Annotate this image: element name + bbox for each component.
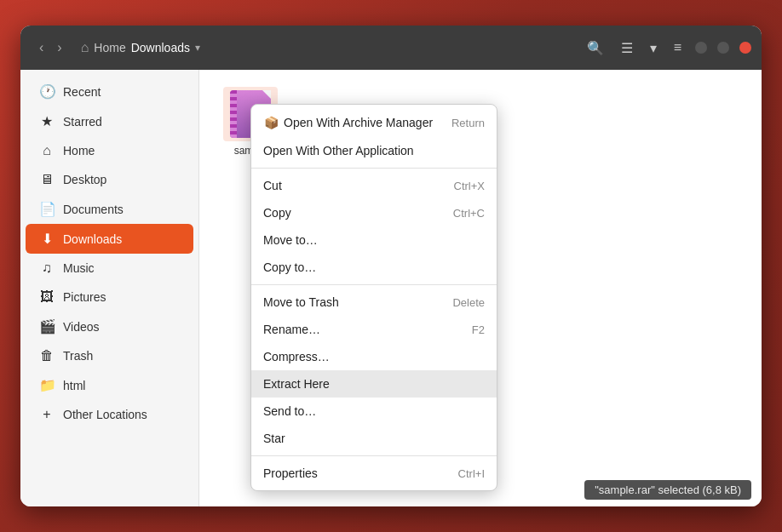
move-trash-label: Move to Trash [263,295,339,309]
sidebar-item-pictures[interactable]: 🖼Pictures [26,283,193,312]
html-icon: 📁 [39,377,55,393]
chevron-down-icon[interactable]: ▾ [195,42,200,54]
breadcrumb-home: Home [94,41,125,54]
menu-button[interactable]: ≡ [670,37,685,59]
main-window: ‹ › ⌂ Home Downloads ▾ 🔍 ☰ ▾ ≡ 🕐Recent★S… [20,26,762,506]
nav-arrows: ‹ › [34,38,67,57]
open-archive-icon: 📦 [263,115,279,130]
back-button[interactable]: ‹ [34,38,49,57]
compress-label: Compress… [263,350,330,363]
other-locations-icon: + [39,407,55,422]
sidebar-item-videos[interactable]: 🎬Videos [26,312,193,341]
cut-label: Cut [263,179,282,192]
sidebar-item-trash[interactable]: 🗑Trash [26,341,193,370]
ctx-item-send-to[interactable]: Send to… [251,398,497,425]
minimize-button[interactable] [695,42,707,54]
sidebar-item-other-locations[interactable]: +Other Locations [26,400,193,429]
videos-icon: 🎬 [39,318,55,335]
sort-button[interactable]: ▾ [647,37,660,60]
ctx-item-copy[interactable]: CopyCtrl+C [251,199,497,226]
sidebar-item-documents[interactable]: 📄Documents [26,194,193,224]
sidebar-item-starred[interactable]: ★Starred [26,106,193,136]
ctx-item-properties[interactable]: PropertiesCtrl+I [251,460,497,487]
sidebar-item-downloads[interactable]: ⬇Downloads [26,224,193,254]
sidebar-label-other-locations: Other Locations [63,408,147,421]
send-to-label: Send to… [263,404,316,418]
titlebar-actions: 🔍 ☰ ▾ ≡ [584,37,751,60]
ctx-item-open-other[interactable]: Open With Other Application [251,137,497,164]
ctx-item-open-archive[interactable]: 📦Open With Archive ManagerReturn [251,108,497,137]
search-button[interactable]: 🔍 [584,37,607,60]
status-bar: "sample.rar" selected (6,8 kB) [584,480,751,500]
sidebar-item-home[interactable]: ⌂Home [26,136,193,165]
starred-icon: ★ [39,113,55,129]
home-icon: ⌂ [39,143,55,158]
context-menu-separator [251,168,497,169]
sidebar-label-music: Music [63,261,95,275]
sidebar-label-recent: Recent [63,85,101,99]
sidebar-label-starred: Starred [63,115,102,129]
rename-shortcut: F2 [472,323,485,336]
context-menu-separator [251,284,497,285]
sidebar-label-pictures: Pictures [63,290,106,304]
copy-label: Copy [263,206,291,220]
music-icon: ♫ [39,260,55,276]
open-other-label: Open With Other Application [263,144,414,157]
recent-icon: 🕐 [39,83,55,100]
ctx-item-copy-to[interactable]: Copy to… [251,254,497,281]
context-menu: 📦Open With Archive ManagerReturnOpen Wit… [250,104,497,491]
ctx-item-move-trash[interactable]: Move to TrashDelete [251,289,497,316]
maximize-button[interactable] [717,42,729,54]
copy-shortcut: Ctrl+C [453,207,485,220]
ctx-item-cut[interactable]: CutCtrl+X [251,172,497,199]
context-menu-separator [251,455,497,456]
sidebar-label-home: Home [63,144,95,157]
documents-icon: 📄 [39,201,55,217]
breadcrumb-current: Downloads [131,41,190,54]
downloads-icon: ⬇ [39,231,55,247]
desktop-icon: 🖥 [39,172,55,187]
titlebar: ‹ › ⌂ Home Downloads ▾ 🔍 ☰ ▾ ≡ [20,26,762,70]
move-to-label: Move to… [263,233,318,247]
sidebar-label-documents: Documents [63,203,124,216]
sidebar-label-desktop: Desktop [63,173,106,186]
ctx-item-compress[interactable]: Compress… [251,343,497,370]
sidebar-label-html: html [63,379,85,392]
status-text: "sample.rar" selected (6,8 kB) [595,483,741,496]
move-trash-shortcut: Delete [452,296,485,309]
forward-button[interactable]: › [52,38,66,57]
rename-label: Rename… [263,323,320,336]
home-icon: ⌂ [81,40,89,55]
ctx-item-star[interactable]: Star [251,425,497,452]
open-archive-label: Open With Archive Manager [284,116,433,129]
sidebar-label-videos: Videos [63,320,100,334]
properties-shortcut: Ctrl+I [458,467,485,480]
open-archive-shortcut: Return [451,117,485,129]
breadcrumb: ⌂ Home Downloads ▾ [81,40,200,55]
copy-to-label: Copy to… [263,260,316,274]
ctx-item-rename[interactable]: Rename…F2 [251,316,497,343]
sidebar: 🕐Recent★Starred⌂Home🖥Desktop📄Documents⬇D… [20,70,199,506]
sidebar-item-html[interactable]: 📁html [26,370,193,400]
cut-shortcut: Ctrl+X [454,180,485,192]
sidebar-item-desktop[interactable]: 🖥Desktop [26,165,193,194]
close-button[interactable] [739,42,751,54]
sidebar-label-downloads: Downloads [63,232,122,246]
file-area: sample 📦Open With Archive ManagerReturnO… [199,70,762,506]
sidebar-item-recent[interactable]: 🕐Recent [26,77,193,106]
extract-here-label: Extract Here [263,377,330,391]
ctx-item-move-to[interactable]: Move to… [251,226,497,254]
pictures-icon: 🖼 [39,289,55,305]
trash-icon: 🗑 [39,348,55,363]
main-content: 🕐Recent★Starred⌂Home🖥Desktop📄Documents⬇D… [20,70,762,506]
sidebar-label-trash: Trash [63,349,93,363]
ctx-item-extract-here[interactable]: Extract Here [251,370,497,398]
properties-label: Properties [263,466,318,480]
sidebar-item-music[interactable]: ♫Music [26,254,193,283]
list-view-button[interactable]: ☰ [618,37,636,60]
star-label: Star [263,432,285,445]
